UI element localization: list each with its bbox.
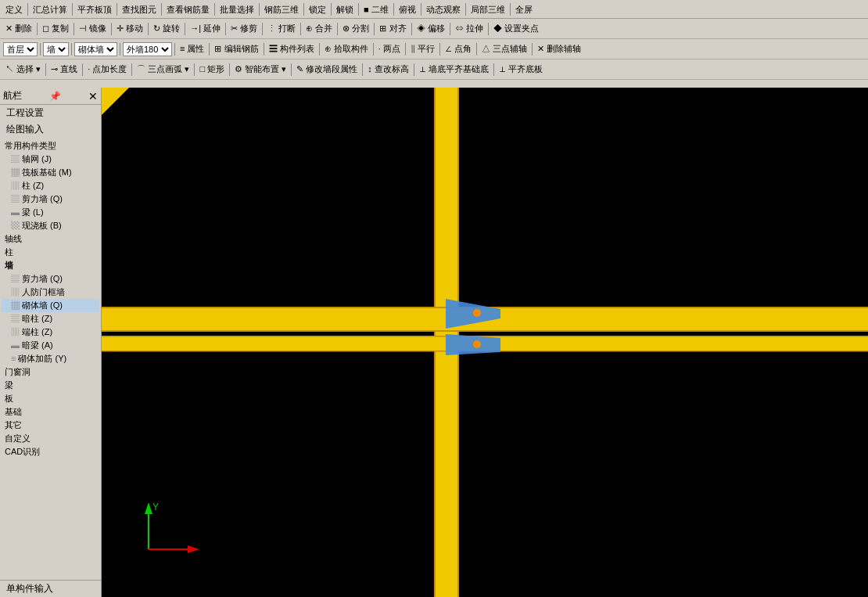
tb-unlock[interactable]: 解锁	[334, 2, 356, 17]
tree-item-beams[interactable]: 梁	[2, 379, 99, 392]
tree-item-column[interactable]: ▥ 柱 (Z)	[2, 179, 99, 192]
tree-item-brickrebar[interactable]: ≡ 砌体加筋 (Y)	[2, 352, 99, 365]
tb-define[interactable]: 定义	[3, 2, 25, 17]
floor-select[interactable]: 首层	[3, 42, 38, 56]
tb-pick[interactable]: ⊕ 拾取构件	[322, 41, 371, 57]
svg-point-14	[473, 340, 481, 348]
tb-parallel[interactable]: ∥ 平行	[408, 41, 437, 57]
sidebar-close-icon[interactable]: ✕	[88, 90, 98, 102]
separator	[161, 3, 162, 16]
tb-lock[interactable]: 锁定	[307, 2, 328, 17]
separator	[82, 63, 83, 76]
tb-delete[interactable]: ✕ 删除	[3, 21, 34, 37]
tb-offset[interactable]: ◈ 偏移	[414, 21, 447, 37]
tb-split[interactable]: ⊗ 分割	[340, 21, 371, 37]
separator	[510, 3, 511, 16]
tb-editrebar[interactable]: ⊞ 编辑钢筋	[212, 41, 260, 57]
tb-findelem[interactable]: 查找图元	[120, 2, 159, 17]
svg-point-13	[473, 309, 481, 317]
tb-rotate[interactable]: ↻ 旋转	[151, 21, 182, 37]
tb-flushfloor[interactable]: ⊥ 平齐底板	[497, 62, 545, 77]
tb-smartplace[interactable]: ⚙ 智能布置 ▾	[232, 62, 289, 77]
tb-select[interactable]: ↖ 选择 ▾	[3, 62, 43, 77]
separator	[148, 23, 149, 35]
tree-item-foundation[interactable]: 基础	[2, 405, 99, 419]
tb-mirror[interactable]: ⊣ 镜像	[77, 21, 109, 37]
subtype-select[interactable]: 砌体墙	[74, 42, 117, 56]
separator	[358, 3, 359, 16]
tree-item-raft[interactable]: ▦ 筏板基础 (M)	[2, 166, 99, 179]
tb-modwallprop[interactable]: ✎ 修改墙段属性	[294, 62, 360, 77]
tb-fullscreen[interactable]: 全屏	[513, 2, 535, 17]
toolbar-row-4: ↖ 选择 ▾ ⊸ 直线 · 点加长度 ⌒ 三点画弧 ▾ □ 矩形 ⚙ 智能布置 …	[0, 59, 868, 80]
sidebar-draw[interactable]: 绘图输入	[0, 121, 101, 138]
tree-item-axis[interactable]: ▤ 轴网 (J)	[2, 153, 99, 166]
sidebar-bottom[interactable]: 单构件输入	[0, 580, 101, 597]
tb-twopoint[interactable]: · 两点	[376, 41, 403, 57]
tree-item-opening[interactable]: 门窗洞	[2, 365, 99, 379]
separator	[262, 23, 263, 35]
separator	[229, 63, 230, 76]
width-select[interactable]: 外墙180	[123, 42, 172, 56]
tree-item-hidebeam[interactable]: ▬ 暗梁 (A)	[2, 339, 99, 352]
separator	[488, 23, 489, 35]
tb-local3d[interactable]: 局部三维	[468, 2, 508, 17]
tb-delaxis[interactable]: ✕ 删除辅轴	[535, 41, 583, 57]
tb-flushboard[interactable]: 平齐板顶	[75, 2, 114, 17]
tree-item-slabs[interactable]: 板	[2, 392, 99, 405]
separator	[465, 3, 466, 16]
tree-item-cadrecog[interactable]: CAD识别	[2, 445, 99, 459]
tree-item-col[interactable]: 柱	[2, 246, 99, 259]
tb-complist[interactable]: ☰ 构件列表	[267, 41, 317, 57]
tree-item-axes[interactable]: 轴线	[2, 232, 99, 246]
tree-item-custom[interactable]: 自定义	[2, 432, 99, 445]
separator	[303, 3, 304, 16]
tree-item-slab[interactable]: ▩ 现浇板 (B)	[2, 219, 99, 232]
tb-dynamic[interactable]: 动态观察	[424, 2, 463, 17]
sidebar-tree: 常用构件类型 ▤ 轴网 (J) ▦ 筏板基础 (M) ▥ 柱 (Z) ▤ 剪力墙…	[0, 138, 101, 580]
tb-3arc[interactable]: ⌒ 三点画弧 ▾	[135, 62, 192, 77]
tb-rebar3d[interactable]: 钢筋三维	[262, 2, 301, 17]
tree-item-sw[interactable]: ▤ 剪力墙 (Q)	[2, 272, 99, 286]
tb-2d[interactable]: ■ 二维	[361, 2, 391, 17]
tb-pointangle[interactable]: ∠ 点角	[443, 41, 474, 57]
tb-attr[interactable]: ≡ 属性	[178, 41, 206, 57]
type-select[interactable]: 墙	[43, 42, 69, 56]
tb-viewrebar[interactable]: 查看钢筋量	[164, 2, 212, 17]
sidebar-project[interactable]: 工程设置	[0, 105, 101, 121]
tb-merge[interactable]: ⊕ 合并	[303, 21, 335, 37]
tb-wallbottom[interactable]: ⊥ 墙底平齐基础底	[417, 62, 491, 77]
tb-line[interactable]: ⊸ 直线	[48, 62, 80, 77]
tb-rect[interactable]: □ 矩形	[197, 62, 227, 77]
separator	[405, 43, 406, 56]
separator	[450, 23, 450, 35]
separator	[214, 3, 215, 16]
tree-item-wall[interactable]: 墙	[2, 259, 99, 272]
separator	[337, 23, 338, 35]
sidebar-pin-icon[interactable]: 📌	[49, 91, 61, 102]
tb-align[interactable]: ⊞ 对齐	[377, 21, 408, 37]
tb-move[interactable]: ✛ 移动	[114, 21, 145, 37]
tb-trim[interactable]: ✂ 修剪	[228, 21, 260, 37]
tb-pointlen[interactable]: · 点加长度	[85, 62, 129, 77]
tree-item-other[interactable]: 其它	[2, 419, 99, 432]
tb-3pointaxis[interactable]: △ 三点辅轴	[479, 41, 529, 57]
tree-item-shearwall[interactable]: ▤ 剪力墙 (Q)	[2, 192, 99, 206]
svg-text:Y: Y	[152, 502, 159, 512]
canvas-area[interactable]: Y	[102, 88, 868, 597]
tb-copy[interactable]: ◻ 复制	[40, 21, 71, 37]
tb-calc[interactable]: 汇总计算	[30, 2, 70, 17]
tb-setgrip[interactable]: ◆ 设置夹点	[491, 21, 541, 37]
tb-break[interactable]: ⋮ 打断	[265, 21, 298, 37]
tb-stretch[interactable]: ⇔ 拉伸	[453, 21, 486, 37]
tree-item-beam[interactable]: ▬ 梁 (L)	[2, 206, 99, 219]
tree-item-hidecol[interactable]: ▤ 暗柱 (Z)	[2, 312, 99, 325]
tree-item-endcol[interactable]: ▥ 端柱 (Z)	[2, 325, 99, 339]
tb-extend[interactable]: →| 延伸	[188, 21, 223, 37]
tree-item-common[interactable]: 常用构件类型	[2, 139, 99, 153]
tree-item-civil[interactable]: ▥ 人防门框墙	[2, 286, 99, 299]
tb-batchselect[interactable]: 批量选择	[217, 2, 256, 17]
tb-checkelev[interactable]: ↕ 查改标高	[365, 62, 411, 77]
tb-topview[interactable]: 俯视	[396, 2, 418, 17]
tree-item-brick[interactable]: ▦ 砌体墙 (Q)	[2, 299, 99, 312]
